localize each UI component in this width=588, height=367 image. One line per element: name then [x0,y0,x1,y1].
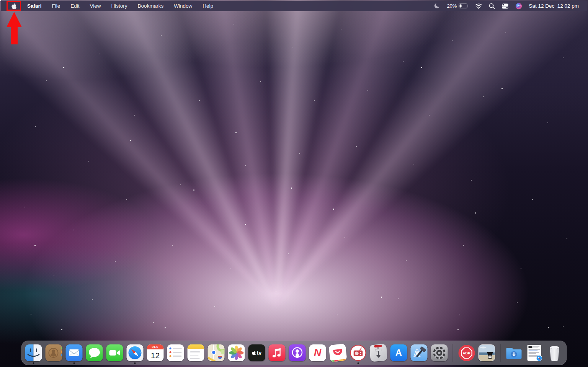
calendar-month: DEC [147,344,164,349]
dock-item-photos[interactable] [228,344,245,361]
abp-label: ABP [462,351,470,355]
transmission-icon [369,344,387,362]
dock-separator [500,344,501,362]
contacts-tabs [61,347,62,356]
dock-item-facetime[interactable] [106,344,123,361]
dock: DEC 12 [21,341,567,365]
status-bar: 20% [434,3,587,10]
news-icon: N [309,344,326,361]
photos-icon [228,344,245,361]
menu-window[interactable]: Window [174,3,192,9]
dock-item-reminders[interactable] [167,344,184,361]
battery-icon [459,3,469,8]
xcode-icon: A [411,344,428,361]
wifi-icon[interactable] [475,3,482,9]
apple-glyph [252,351,256,356]
menu-safari[interactable]: Safari [27,3,42,9]
notes-icon [188,344,204,361]
dock-item-adblock[interactable]: ABP [458,344,475,361]
menu-bar-clock[interactable]: Sat 12 Dec 12 02 pm [529,3,579,9]
pocket-icon [328,344,347,362]
siri-icon[interactable] [515,3,522,10]
menu-bar: Safari File Edit View History Bookmarks … [1,1,587,11]
dock-item-pocket[interactable] [330,344,346,361]
dock-item-xcode[interactable]: A [411,344,428,361]
reminders-icon [167,344,184,361]
dock-item-podcasts[interactable] [289,344,306,361]
menu-edit[interactable]: Edit [70,3,79,9]
finder-icon [25,344,42,361]
dock-item-document[interactable] [526,344,543,361]
tv-label: tv [257,350,261,356]
mail-icon [66,344,83,361]
safari-icon [127,344,144,361]
menu-history[interactable]: History [111,3,127,9]
downloads-folder-icon [506,344,523,361]
dock-item-news[interactable]: N [309,344,326,361]
trash-icon [546,344,563,361]
dock-item-trash[interactable] [546,344,563,361]
dock-item-messages[interactable] [86,344,103,361]
menu-help[interactable]: Help [203,3,213,9]
dock-item-downloads[interactable] [506,344,523,361]
dock-item-settings[interactable] [431,344,448,361]
annotation-arrow-head [7,12,22,27]
dock-item-finder[interactable] [25,344,42,361]
dock-item-mail[interactable] [66,344,83,361]
menu-view[interactable]: View [90,3,101,9]
messages-icon [86,344,103,361]
dock-item-safari[interactable] [127,344,144,361]
web-document-icon [526,344,543,361]
search-icon[interactable] [489,3,495,9]
annotation-arrow-shaft [11,27,18,44]
moon-icon[interactable] [434,3,440,9]
app-menus: Safari File Edit View History Bookmarks … [27,3,213,9]
calendar-day: 12 [147,349,164,361]
adblock-icon: ABP [458,344,475,361]
appstore-icon: A [390,344,407,361]
control-center-icon[interactable] [501,3,509,9]
music-icon [269,344,286,361]
facetime-icon [106,344,123,361]
apple-menu[interactable] [7,1,21,11]
maps-icon [208,344,225,361]
running-indicator [358,362,359,364]
apple-icon [11,3,16,9]
dock-item-tv[interactable]: tv [248,344,265,361]
annotation-arrow-up [7,12,22,44]
appletv-icon: tv [248,344,265,361]
menu-file[interactable]: File [52,3,60,9]
running-indicator [134,362,136,364]
running-indicator [33,362,34,364]
settings-gear-icon [431,344,448,361]
battery-status[interactable]: 20% [447,3,469,9]
dock-item-broadcasts[interactable] [350,344,367,361]
news-letter: N [314,347,322,359]
podcasts-icon [289,344,306,361]
dock-separator [453,344,453,362]
calendar-icon: DEC 12 [147,344,164,361]
image-file-icon [479,344,495,361]
appstore-letter: A [395,347,402,358]
desktop-wallpaper [0,0,588,367]
radio-icon [350,344,367,361]
dock-item-appstore[interactable]: A [390,344,407,361]
macos-desktop: Safari File Edit View History Bookmarks … [0,0,588,367]
dock-item-image-file[interactable] [479,344,495,361]
dock-item-maps[interactable] [208,344,225,361]
battery-percent: 20% [447,3,457,9]
wallpaper-light-rays [0,0,588,367]
running-indicator [74,362,75,364]
dock-item-music[interactable] [269,344,286,361]
contacts-icon [46,344,62,361]
dock-item-transmission[interactable] [370,344,387,361]
safari-badge-icon [536,355,542,361]
menu-bookmarks[interactable]: Bookmarks [138,3,164,9]
dock-item-contacts[interactable] [46,344,62,361]
dock-item-notes[interactable] [188,344,204,361]
dock-item-calendar[interactable]: DEC 12 [147,344,164,361]
